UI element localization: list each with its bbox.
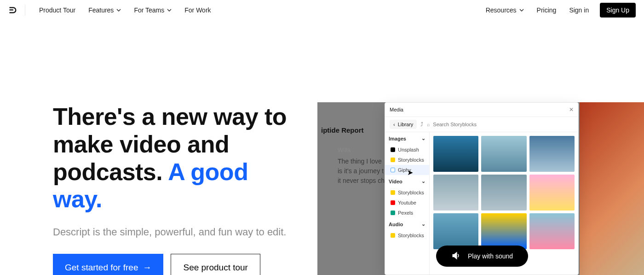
play-with-sound-button[interactable]: Play with sound: [436, 246, 528, 267]
item-label: Storyblocks: [398, 157, 424, 163]
nav-label: Features: [88, 6, 114, 14]
sign-up-button[interactable]: Sign Up: [600, 3, 636, 18]
app-preview: iptide Report Willa The thing I love is …: [317, 102, 644, 275]
nav-label: Resources: [486, 6, 517, 14]
chevron-down-icon: [167, 8, 172, 12]
media-thumb[interactable]: [481, 136, 526, 172]
hero-buttons: Get started for free → See product tour: [53, 254, 294, 275]
group-label: Video: [389, 179, 402, 184]
upload-icon[interactable]: ⤴: [420, 121, 423, 128]
preview-right-image: [580, 102, 644, 275]
nav-label: Product Tour: [39, 6, 75, 14]
nav-label: Pricing: [537, 6, 557, 14]
media-sidebar: Images⌄ Unsplash Storyblocks Giphy Video…: [385, 132, 430, 275]
nav-pricing[interactable]: Pricing: [530, 6, 563, 14]
youtube-icon: [391, 200, 395, 205]
item-label: Youtube: [398, 200, 416, 205]
media-panel-header: Media ✕: [385, 103, 578, 117]
item-label: Unsplash: [398, 147, 419, 152]
storyblocks-icon: [391, 233, 395, 238]
pexels-icon: [391, 211, 395, 215]
signup-label: Sign Up: [606, 6, 629, 14]
media-thumb[interactable]: [529, 175, 575, 211]
nav-sign-in[interactable]: Sign in: [563, 6, 595, 14]
arrow-right-icon: →: [143, 263, 151, 273]
chevron-down-icon: ⌄: [421, 178, 426, 184]
giphy-icon: [391, 168, 395, 172]
media-thumb[interactable]: [433, 213, 478, 249]
nav-resources[interactable]: Resources: [479, 6, 530, 14]
chevron-down-icon: [519, 8, 524, 12]
group-audio[interactable]: Audio⌄: [385, 218, 429, 230]
source-storyblocks-video[interactable]: Storyblocks: [385, 187, 429, 198]
group-label: Audio: [389, 222, 403, 227]
item-label: Storyblocks: [398, 233, 424, 238]
source-giphy[interactable]: Giphy: [385, 165, 429, 175]
media-thumb[interactable]: [529, 136, 575, 172]
media-thumb[interactable]: [481, 213, 526, 249]
media-panel-toolbar: ‹ Library ⤴ ⌕: [385, 117, 578, 132]
search-wrap: ⌕: [427, 122, 574, 127]
library-chip[interactable]: ‹ Library: [390, 120, 417, 129]
source-pexels[interactable]: Pexels: [385, 208, 429, 218]
media-thumb[interactable]: [481, 175, 526, 211]
product-tour-button[interactable]: See product tour: [171, 254, 260, 275]
media-panel-title: Media: [390, 107, 403, 112]
media-thumb[interactable]: [433, 175, 478, 211]
item-label: Storyblocks: [398, 190, 424, 195]
media-thumb[interactable]: [433, 136, 478, 172]
search-input[interactable]: [433, 122, 574, 127]
item-label: Giphy: [398, 167, 411, 173]
item-label: Pexels: [398, 210, 413, 216]
nav-label: Sign in: [569, 6, 589, 14]
headline: There's a new way to make video and podc…: [53, 103, 294, 213]
storyblocks-icon: [391, 190, 395, 195]
subheadline: Descript is the simple, powerful, and fu…: [53, 226, 294, 238]
chevron-down-icon: ⌄: [421, 135, 426, 141]
chevron-down-icon: ⌄: [421, 221, 426, 227]
descript-logo[interactable]: [8, 6, 17, 15]
back-chevron-icon: ‹: [393, 122, 395, 127]
library-label: Library: [398, 122, 414, 127]
nav-for-teams[interactable]: For Teams: [127, 6, 178, 14]
nav-features[interactable]: Features: [82, 6, 127, 14]
nav-divider: [25, 5, 25, 16]
nav-left: Product Tour Features For Teams For Work: [8, 5, 218, 16]
nav-for-work[interactable]: For Work: [178, 6, 217, 14]
storyblocks-icon: [391, 158, 395, 162]
group-label: Images: [389, 136, 406, 141]
play-sound-label: Play with sound: [468, 252, 513, 260]
nav-label: For Work: [184, 6, 211, 14]
nav-right: Resources Pricing Sign in Sign Up: [479, 3, 636, 18]
top-nav: Product Tour Features For Teams For Work…: [0, 0, 644, 20]
source-youtube[interactable]: Youtube: [385, 198, 429, 208]
speaker-name: Willa: [338, 146, 351, 153]
btn-label: See product tour: [183, 263, 247, 272]
source-unsplash[interactable]: Unsplash: [385, 145, 429, 155]
source-storyblocks-audio[interactable]: Storyblocks: [385, 230, 429, 240]
group-video[interactable]: Video⌄: [385, 175, 429, 187]
media-thumb[interactable]: [529, 213, 575, 249]
source-storyblocks-images[interactable]: Storyblocks: [385, 155, 429, 165]
chevron-down-icon: [116, 8, 121, 12]
btn-label: Get started for free: [65, 263, 138, 273]
speaker-icon: [451, 251, 460, 262]
search-icon: ⌕: [427, 122, 430, 127]
get-started-button[interactable]: Get started for free →: [53, 254, 163, 275]
close-icon[interactable]: ✕: [569, 106, 574, 113]
doc-title: iptide Report: [321, 126, 364, 134]
nav-product-tour[interactable]: Product Tour: [33, 6, 82, 14]
hero-left: There's a new way to make video and podc…: [0, 103, 294, 275]
nav-label: For Teams: [134, 6, 164, 14]
unsplash-icon: [391, 147, 395, 152]
group-images[interactable]: Images⌄: [385, 132, 429, 145]
